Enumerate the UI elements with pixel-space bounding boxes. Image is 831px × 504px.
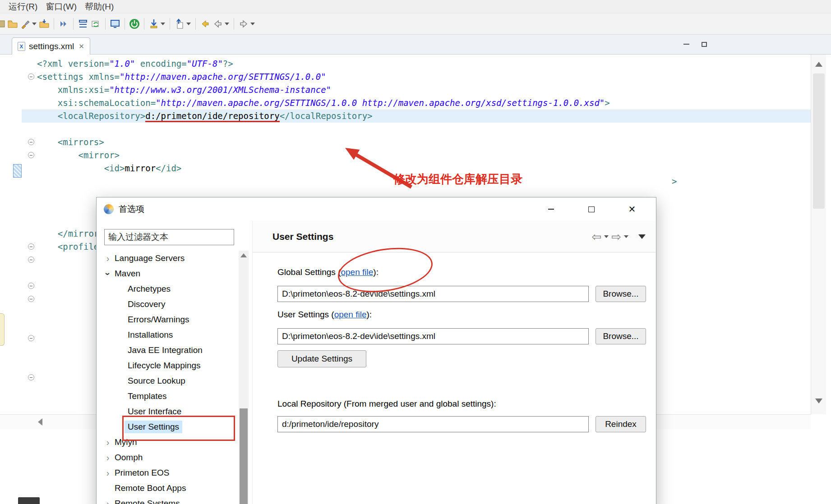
- dialog-maximize-button[interactable]: [571, 197, 612, 221]
- editor-vertical-scrollbar[interactable]: [811, 55, 826, 414]
- history-forward-icon[interactable]: ⇨: [611, 230, 621, 244]
- tab-bar: X settings.xml ✕: [0, 35, 831, 55]
- clipped-toolbar-icon[interactable]: [0, 18, 6, 30]
- chevron-expanded-icon[interactable]: ›: [103, 270, 113, 278]
- scroll-down-icon[interactable]: [815, 399, 822, 403]
- menu-window[interactable]: 窗口(W): [42, 0, 81, 14]
- code-line[interactable]: xsi:schemaLocation="http://maven.apache.…: [22, 96, 811, 110]
- filter-input[interactable]: [104, 229, 234, 245]
- tree-item-lifecycle-mappings[interactable]: Lifecycle Mappings: [104, 358, 237, 373]
- tree-item-language-servers[interactable]: ›Language Servers: [104, 251, 237, 266]
- dialog-close-button[interactable]: ✕: [612, 197, 652, 221]
- fold-collapse-icon[interactable]: [28, 152, 34, 158]
- page-menu-icon[interactable]: [638, 234, 646, 239]
- fetch-updates-icon[interactable]: [148, 18, 160, 30]
- code-line[interactable]: xmlns:xsi="http://www.w3.org/2001/XMLSch…: [22, 83, 811, 96]
- tree-item-label: User Interface: [128, 407, 181, 417]
- back-dropdown-icon[interactable]: [225, 23, 229, 25]
- goto-type-icon[interactable]: [173, 18, 186, 30]
- tree-item-label: Errors/Warnings: [128, 315, 189, 325]
- preferences-app-icon: [104, 204, 114, 214]
- toolbar-separator: [234, 18, 234, 30]
- global-settings-input[interactable]: [277, 286, 589, 302]
- tree-item-label: Discovery: [128, 299, 165, 309]
- remote-desktop-icon[interactable]: [109, 18, 121, 30]
- history-back-dropdown-icon[interactable]: [604, 235, 609, 238]
- fold-collapse-icon[interactable]: [28, 243, 34, 250]
- scroll-left-icon[interactable]: [38, 418, 42, 426]
- fold-collapse-icon[interactable]: [28, 73, 34, 80]
- start-server-icon[interactable]: [128, 18, 141, 30]
- line-annotation-marker[interactable]: [13, 164, 22, 178]
- menu-run[interactable]: 运行(R): [5, 0, 42, 14]
- tree-item-installations[interactable]: Installations: [104, 327, 237, 343]
- goto-type-dropdown-icon[interactable]: [186, 23, 191, 25]
- update-settings-button[interactable]: Update Settings: [277, 350, 366, 367]
- back-icon[interactable]: [212, 18, 224, 30]
- forward-icon[interactable]: [237, 18, 250, 30]
- fold-collapse-icon[interactable]: [28, 257, 34, 263]
- view-minimize-icon[interactable]: [681, 39, 691, 49]
- tree-scroll-up-icon[interactable]: [240, 253, 247, 257]
- user-label-pre: User Settings (: [277, 310, 334, 319]
- fold-collapse-icon[interactable]: [28, 374, 34, 380]
- external-tools-dropdown-icon[interactable]: [32, 23, 37, 25]
- local-repository-input[interactable]: [277, 416, 589, 432]
- tree-item-errors-warnings[interactable]: Errors/Warnings: [104, 312, 237, 327]
- code-line[interactable]: <settings xmlns="http://maven.apache.org…: [22, 70, 811, 83]
- toolbar-separator: [144, 18, 144, 30]
- tree-item-primeton-eos[interactable]: ›Primeton EOS: [104, 465, 237, 481]
- minimized-tray-fragment: [0, 313, 5, 346]
- tree-item-archetypes[interactable]: Archetypes: [104, 281, 237, 297]
- menu-help[interactable]: 帮助(H): [81, 0, 118, 14]
- code-line[interactable]: [22, 123, 811, 136]
- fold-collapse-icon[interactable]: [28, 335, 34, 341]
- fold-collapse-icon[interactable]: [28, 139, 34, 145]
- chevron-collapsed-icon[interactable]: ›: [104, 499, 112, 504]
- fold-collapse-icon[interactable]: [28, 283, 34, 289]
- history-forward-dropdown-icon[interactable]: [624, 235, 628, 238]
- tab-close-icon[interactable]: ✕: [78, 42, 84, 50]
- sync-icon[interactable]: [89, 18, 102, 30]
- tree-item-java-ee-integration[interactable]: Java EE Integration: [104, 343, 237, 358]
- fetch-updates-dropdown-icon[interactable]: [161, 23, 165, 25]
- tree-item-templates[interactable]: Templates: [104, 389, 237, 404]
- view-maximize-icon[interactable]: [699, 39, 709, 49]
- reindex-button[interactable]: Reindex: [596, 416, 646, 432]
- chevron-collapsed-icon[interactable]: ›: [104, 253, 112, 264]
- global-browse-button[interactable]: Browse...: [596, 286, 646, 302]
- tree-item-label: Remote Boot Apps: [115, 483, 186, 493]
- tree-item-remote-boot-apps[interactable]: Remote Boot Apps: [104, 481, 237, 496]
- forward-dropdown-icon[interactable]: [250, 23, 255, 25]
- code-line[interactable]: <localRepository>d:/primeton/ide/reposit…: [22, 110, 811, 123]
- tab-settings-xml[interactable]: X settings.xml ✕: [12, 37, 90, 55]
- tree-item-maven[interactable]: ›Maven: [104, 266, 237, 281]
- user-settings-input[interactable]: [277, 328, 589, 344]
- chevron-collapsed-icon[interactable]: ›: [104, 468, 112, 478]
- history-back-icon[interactable]: ⇦: [591, 230, 601, 244]
- tree-item-discovery[interactable]: Discovery: [104, 297, 237, 312]
- user-open-file-link[interactable]: open file: [334, 310, 367, 319]
- chevron-collapsed-icon[interactable]: ›: [104, 437, 112, 448]
- user-label-post: ):: [367, 310, 372, 319]
- user-browse-button[interactable]: Browse...: [596, 328, 646, 344]
- tree-scroll-thumb[interactable]: [240, 408, 248, 504]
- toolbar-separator: [105, 18, 106, 30]
- fold-collapse-icon[interactable]: [28, 296, 34, 302]
- scroll-up-icon[interactable]: [815, 62, 822, 67]
- open-folder-icon[interactable]: [6, 18, 19, 30]
- vertical-scroll-thumb[interactable]: [813, 73, 825, 209]
- external-tools-icon[interactable]: [19, 18, 32, 30]
- tree-item-remote-systems[interactable]: ›Remote Systems: [104, 496, 237, 504]
- last-edit-location-icon[interactable]: [199, 18, 212, 30]
- tree-item-oomph[interactable]: ›Oomph: [104, 450, 237, 465]
- chevron-collapsed-icon[interactable]: ›: [104, 453, 112, 463]
- import-folder-icon[interactable]: [38, 18, 51, 30]
- toolbar-separator: [54, 18, 54, 30]
- tree-item-source-lookup[interactable]: Source Lookup: [104, 373, 237, 389]
- code-line[interactable]: <?xml version="1.0" encoding="UTF-8"?>: [22, 57, 811, 70]
- console-icon[interactable]: [77, 18, 89, 30]
- tree-scrollbar[interactable]: [239, 251, 249, 504]
- dialog-minimize-button[interactable]: [531, 197, 571, 221]
- step-icon[interactable]: [57, 18, 70, 30]
